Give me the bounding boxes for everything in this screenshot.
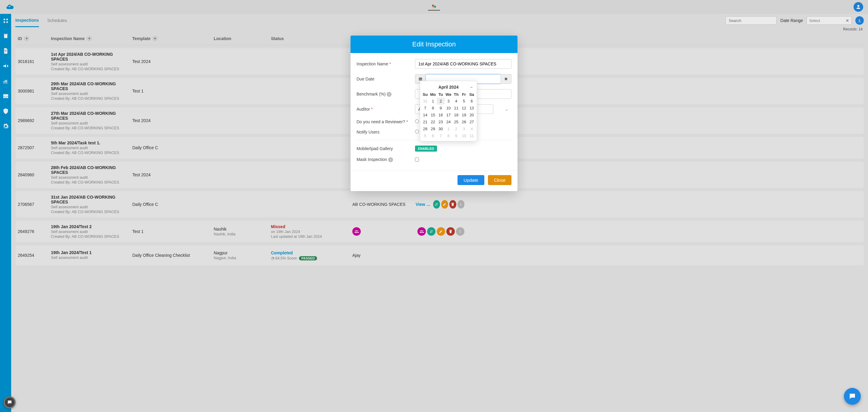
chevron-down-icon: ⌄ bbox=[505, 107, 508, 112]
dp-day[interactable]: 2 bbox=[437, 98, 444, 104]
dp-day[interactable]: 16 bbox=[437, 112, 444, 119]
dp-day[interactable]: 1 bbox=[429, 98, 437, 104]
clear-date-button[interactable]: ✖ bbox=[501, 74, 512, 84]
label-due-date: Due Date bbox=[356, 76, 411, 82]
datepicker-month: April 2024 bbox=[438, 85, 459, 90]
label-gallery: Mobile/Ipad Gallery bbox=[356, 146, 411, 151]
dp-day[interactable]: 10 bbox=[444, 104, 453, 112]
reviewer-radio-yes[interactable] bbox=[415, 119, 419, 123]
mask-checkbox[interactable] bbox=[415, 158, 419, 162]
label-notify: Notify Users bbox=[356, 130, 411, 134]
dp-day[interactable]: 28 bbox=[421, 125, 429, 132]
dp-day[interactable]: 12 bbox=[460, 104, 468, 112]
dp-day[interactable]: 24 bbox=[444, 119, 453, 125]
dp-day[interactable]: 9 bbox=[437, 104, 444, 112]
dp-dow: Mo bbox=[429, 91, 437, 98]
dp-day[interactable]: 7 bbox=[421, 104, 429, 112]
chat-fab[interactable] bbox=[844, 388, 861, 405]
dp-day[interactable]: 8 bbox=[429, 104, 437, 112]
dp-dow: Sa bbox=[468, 91, 475, 98]
dp-day[interactable]: 29 bbox=[429, 125, 437, 132]
label-auditor: Auditor bbox=[356, 107, 370, 112]
dp-dow: Tu bbox=[437, 91, 444, 98]
svg-rect-38 bbox=[8, 402, 10, 402]
dp-day[interactable]: 8 bbox=[444, 132, 453, 139]
modal-overlay: Edit Inspection Inspection Name * Due Da… bbox=[0, 0, 868, 412]
dp-day[interactable]: 4 bbox=[468, 125, 475, 132]
dp-day[interactable]: 3 bbox=[444, 98, 453, 104]
update-button[interactable]: Update bbox=[458, 175, 484, 185]
dp-day[interactable]: 21 bbox=[421, 119, 429, 125]
label-reviewer: Do you need a Reviewer? bbox=[356, 119, 405, 124]
dp-day[interactable]: 27 bbox=[468, 119, 475, 125]
dp-dow: Fr bbox=[460, 91, 468, 98]
dp-dow: Th bbox=[453, 91, 460, 98]
dp-day[interactable]: 26 bbox=[460, 119, 468, 125]
modal-title: Edit Inspection bbox=[350, 36, 518, 53]
dp-day[interactable]: 3 bbox=[460, 125, 468, 132]
dp-day[interactable]: 5 bbox=[421, 132, 429, 139]
dp-day[interactable]: 1 bbox=[444, 125, 453, 132]
dp-day[interactable]: 6 bbox=[468, 98, 475, 104]
dp-day[interactable]: 18 bbox=[453, 112, 460, 119]
dp-day[interactable]: 14 bbox=[421, 112, 429, 119]
dp-day[interactable]: 11 bbox=[468, 132, 475, 139]
dp-dow: We bbox=[444, 91, 453, 98]
help-fab[interactable] bbox=[4, 396, 16, 408]
dp-day[interactable]: 13 bbox=[468, 104, 475, 112]
dp-day[interactable]: 19 bbox=[460, 112, 468, 119]
svg-rect-35 bbox=[420, 77, 420, 78]
datepicker-next-icon[interactable]: → bbox=[469, 85, 473, 90]
gallery-toggle[interactable]: ENABLED bbox=[415, 146, 437, 152]
dp-day[interactable]: 6 bbox=[429, 132, 437, 139]
dp-day[interactable]: 10 bbox=[460, 132, 468, 139]
label-inspection-name: Inspection Name bbox=[356, 62, 388, 66]
dp-day[interactable]: 11 bbox=[453, 104, 460, 112]
dp-day[interactable]: 9 bbox=[453, 132, 460, 139]
info-icon[interactable]: i bbox=[388, 157, 393, 162]
info-icon[interactable]: i bbox=[387, 92, 392, 97]
close-button[interactable]: Close bbox=[488, 175, 512, 185]
edit-inspection-modal: Edit Inspection Inspection Name * Due Da… bbox=[350, 36, 518, 191]
dp-day[interactable]: 23 bbox=[437, 119, 444, 125]
notify-radio[interactable] bbox=[415, 130, 419, 133]
label-mask: Mask Inspection bbox=[356, 157, 387, 162]
dp-day[interactable]: 2 bbox=[453, 125, 460, 132]
datepicker: April 2024 → SuMoTuWeThFrSa3112345678910… bbox=[420, 81, 477, 141]
label-benchmark: Benchmark (%) bbox=[356, 92, 385, 96]
dp-day[interactable]: 31 bbox=[421, 98, 429, 104]
dp-day[interactable]: 20 bbox=[468, 112, 475, 119]
dp-day[interactable]: 30 bbox=[437, 125, 444, 132]
dp-day[interactable]: 5 bbox=[460, 98, 468, 104]
dp-day[interactable]: 25 bbox=[453, 119, 460, 125]
inspection-name-input[interactable] bbox=[415, 59, 512, 69]
dp-dow: Su bbox=[421, 91, 429, 98]
dp-day[interactable]: 7 bbox=[437, 132, 444, 139]
dp-day[interactable]: 17 bbox=[444, 112, 453, 119]
dp-day[interactable]: 22 bbox=[429, 119, 437, 125]
svg-rect-34 bbox=[419, 78, 422, 78]
dp-day[interactable]: 4 bbox=[453, 98, 460, 104]
svg-rect-37 bbox=[8, 402, 11, 402]
dp-day[interactable]: 15 bbox=[429, 112, 437, 119]
